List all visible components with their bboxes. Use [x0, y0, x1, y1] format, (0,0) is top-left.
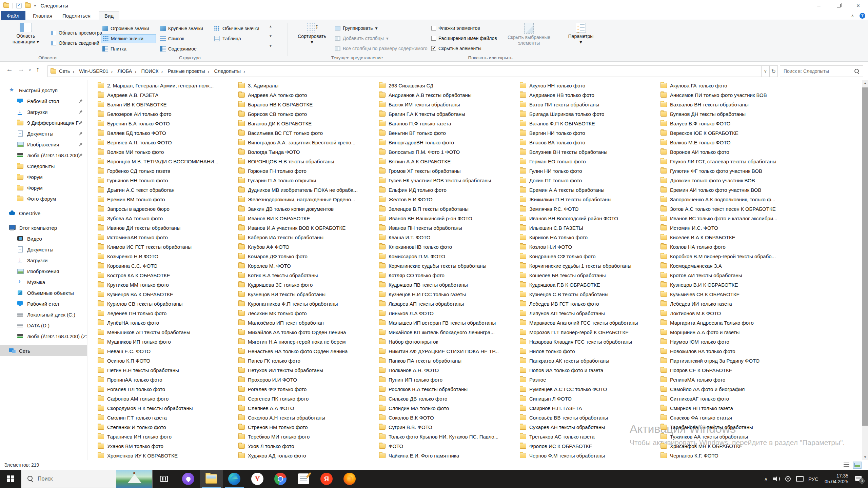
file-item[interactable]: Панев ГК только фото — [238, 356, 379, 365]
file-item[interactable]: Волков МИ только фото — [98, 147, 238, 157]
file-item[interactable]: Козлов Н.И ФОТО — [520, 242, 660, 251]
file-item[interactable]: Горюнов ГН только фото — [238, 166, 379, 176]
file-item[interactable]: Комаров ДФ только фото — [238, 251, 379, 261]
sidebar-item[interactable]: Сеть — [0, 345, 87, 356]
forward-button[interactable]: → — [18, 65, 24, 73]
tray-app-icon[interactable] — [785, 476, 791, 482]
file-item[interactable]: ВиноргадовВН только фото — [379, 138, 520, 147]
file-item[interactable]: Белозеров АИ только фото — [98, 109, 238, 119]
file-item[interactable]: ИстоминаАВ только фото — [98, 232, 238, 242]
file-item[interactable]: Власов ВА только фото — [520, 138, 660, 147]
file-item[interactable]: Скородумов Н К тексты обработаны — [98, 403, 238, 413]
file-item[interactable]: Волосатых П.М. Фото 1 ФОТО — [379, 147, 520, 157]
navigation-pane-button[interactable]: Область навигации ▾ — [5, 23, 46, 45]
breadcrumb-chevron-icon[interactable]: › — [159, 68, 165, 74]
file-item[interactable]: Волузнев ВН тексты обработаны — [520, 147, 660, 157]
file-item[interactable]: Михайлов АА только фото Орден Ленина — [238, 327, 379, 337]
file-item[interactable]: Лебедев ИИ только газета — [660, 299, 801, 308]
file-item[interactable]: Михайлов КП житель блокадного Ленингра..… — [379, 327, 520, 337]
details-view-toggle-icon[interactable] — [844, 463, 849, 468]
file-item[interactable]: Клубов АФ ФОТО — [238, 242, 379, 251]
file-item[interactable]: СитниковАГ только фото — [660, 394, 801, 403]
file-item[interactable]: Зотов А.С только текст песен К ОБРАБОТКЕ — [660, 204, 801, 214]
customize-qat-icon[interactable]: ▾ — [34, 4, 36, 7]
checkbox-item-checkboxes[interactable]: Флажки элементов — [431, 24, 480, 32]
breadcrumb-chevron-icon[interactable]: › — [205, 68, 211, 74]
tab-вид[interactable]: Вид — [99, 11, 119, 20]
file-item[interactable]: Костров КА К ОБРАБОТКЕ — [98, 270, 238, 280]
breadcrumb-chevron-icon[interactable]: › — [71, 68, 76, 74]
file-item[interactable]: Зубова АА только фото — [98, 214, 238, 223]
file-item[interactable]: Рогалев ПЛ только фото — [98, 384, 238, 394]
search-input[interactable]: Поиск в: Следопыты — [780, 65, 863, 77]
file-item[interactable]: Еремин ВМ только фото — [98, 195, 238, 204]
file-item[interactable]: Вологда Тында ФОТО — [238, 147, 379, 157]
taskbar-search[interactable]: Поиск — [21, 470, 153, 488]
file-item[interactable]: Комиссаров П.М. ФОТО — [379, 251, 520, 261]
file-item[interactable]: Морщинин А.А фото и газеты — [660, 327, 801, 337]
breadcrumb-segment[interactable]: Разные проекты — [165, 68, 206, 74]
file-item[interactable]: РепинаМА только фото — [660, 375, 801, 384]
clock[interactable]: 17:3505.04.2025 — [825, 473, 848, 485]
checkbox-file-extensions[interactable]: Расширения имен файлов — [431, 34, 497, 42]
file-item[interactable]: Кудряшева ЗС только фото — [238, 280, 379, 289]
file-item[interactable]: Тужилков АА тексты обработаны — [660, 432, 801, 441]
file-item[interactable]: Росляков В.А тексты обработаны — [379, 384, 520, 394]
file-item[interactable]: Коровина С.С. ФОТО — [98, 261, 238, 270]
file-item[interactable]: Маракасов Анатолий ГСС тексты обработаны — [520, 318, 660, 327]
file-item[interactable]: Иванов И.А участник ВОВ К ОБРАБОТКЕ — [238, 223, 379, 232]
file-item[interactable]: Смирнов НП только газета — [660, 403, 801, 413]
breadcrumb-chevron-icon[interactable]: › — [133, 68, 139, 74]
file-item[interactable]: Попов ИА только фото и газета — [520, 365, 660, 375]
breadcrumb-segment[interactable]: Следопыты — [211, 68, 241, 74]
tab-файл[interactable]: Файл — [1, 11, 25, 20]
file-item[interactable]: Кузнецов ВА К ОБРАБОТКЕ — [98, 289, 238, 299]
file-item[interactable]: Гурьянов НН только фото — [98, 176, 238, 185]
file-item[interactable]: Неваш Е.С. ФОТО — [98, 346, 238, 356]
file-item[interactable]: Хроменков ИУ К ОБРАБОТКЕ — [98, 451, 238, 460]
layout-option-huge-icons[interactable]: Огромные значки — [101, 24, 152, 33]
file-item[interactable]: Валуев В.Ф только ФОТО — [660, 119, 801, 128]
file-item[interactable]: Третьяков АС только газета — [520, 432, 660, 441]
file-item[interactable]: Иванов ПН тексты обработаны — [379, 223, 520, 232]
breadcrumb-chevron-icon[interactable]: › — [109, 68, 115, 74]
sidebar-item[interactable]: Быстрый доступ — [0, 85, 87, 96]
file-item[interactable]: Спасков ФА только статья — [660, 413, 801, 422]
properties-icon[interactable] — [16, 3, 22, 8]
file-item[interactable]: Железнодорожники, награжденные Ордено... — [238, 195, 379, 204]
file-item[interactable]: Иванов ДИ тексты обработаны — [98, 223, 238, 232]
file-item[interactable]: Морозов П.Т пионер-герой К ОБРАБОТКЕ — [520, 327, 660, 337]
file-item[interactable]: Кудряшов ПВ тексты обработаны — [379, 280, 520, 289]
file-item[interactable]: Кузнецов В.И К ОБРАБОТКЕ — [660, 280, 801, 289]
file-item[interactable]: Глухов ЛИ ГСТ, сталевар тексты обработан… — [660, 157, 801, 166]
file-item[interactable]: Воронов АИ только фото — [660, 147, 801, 157]
file-item[interactable]: Брагин Г.А К тексты обработаны — [379, 109, 520, 119]
file-item[interactable]: Басюк ИМ тексты обработаны — [379, 100, 520, 109]
help-icon[interactable]: ? — [860, 13, 865, 19]
sort-button[interactable]: Сортировать▾ — [294, 23, 330, 45]
file-item[interactable]: Запросы в адресное бюро — [98, 204, 238, 214]
scroll-down-icon[interactable]: ▼ — [862, 454, 868, 460]
file-item[interactable]: Гусев НК участник ВОВ тексты обработаны — [379, 176, 520, 185]
file-item[interactable]: 3. Адмиралы — [238, 81, 379, 90]
file-item[interactable]: Кротов АИ тексты обработаны — [660, 270, 801, 280]
file-item[interactable]: Сильков ДВ только фото — [379, 394, 520, 403]
file-item[interactable]: Кузнецов ВИ тексты обработаны — [238, 289, 379, 299]
sidebar-item[interactable]: Рабочий стол — [0, 96, 87, 106]
breadcrumb-segment[interactable]: ПОИСК — [139, 68, 159, 74]
file-item[interactable]: Коробков В.М пионер-герой тексты обрабо.… — [660, 251, 801, 261]
file-item[interactable]: Панков ПА тексты обработаны — [379, 356, 520, 365]
file-item[interactable]: Разное — [520, 375, 660, 384]
file-item[interactable]: Иванов ВН Вашкинский р-он ФОТО — [379, 214, 520, 223]
file-item[interactable]: Андреев АА только фото — [238, 90, 379, 100]
file-item[interactable]: Иванов ВС только фото и каталог экслибри… — [660, 214, 801, 223]
refresh-icon[interactable]: ↻ — [770, 65, 778, 77]
file-item[interactable]: Акулов НН только фото — [520, 81, 660, 90]
file-item[interactable]: Запорожченко А.К подполковник, только ф.… — [660, 195, 801, 204]
file-item[interactable]: Ильюшин С.В ГАЗЕТЫ — [520, 223, 660, 232]
file-item[interactable]: Дрыгин А.С текст обработан — [98, 185, 238, 195]
file-item[interactable]: Рогалёв ФФ только фото — [238, 384, 379, 394]
file-item[interactable]: Корчагинские судьбы тексты обработаны — [379, 261, 520, 270]
file-item[interactable]: Котляр СО только фото — [379, 270, 520, 280]
file-item[interactable]: Нилов только фото — [520, 346, 660, 356]
